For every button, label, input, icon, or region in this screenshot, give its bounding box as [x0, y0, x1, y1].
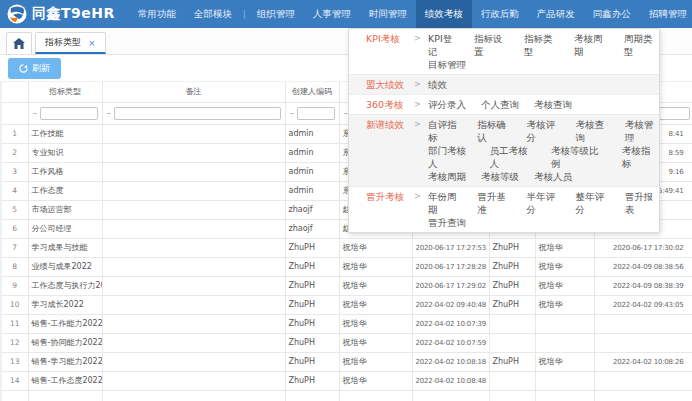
- menu-item[interactable]: 晋升报表: [625, 190, 659, 216]
- menu-item[interactable]: 考核人员: [534, 170, 572, 183]
- menu-item[interactable]: 考核等级比例: [551, 144, 607, 170]
- menu-item[interactable]: 晋升查询: [428, 216, 466, 229]
- tab-indicator-type[interactable]: 指标类型 ×: [35, 32, 106, 54]
- nav-item[interactable]: 绩效考核: [416, 0, 472, 28]
- performance-menu-dropdown: KPI考核>KPI登记指标设置指标类型考核周期周期类型目标管理盟大绩效>绩效36…: [348, 28, 660, 233]
- menu-item[interactable]: 目标管理: [428, 58, 466, 71]
- menu-item[interactable]: 年份周期: [428, 190, 462, 216]
- empty-cell: [285, 390, 339, 401]
- table-cell: [489, 314, 535, 333]
- filter-input[interactable]: [297, 107, 335, 120]
- empty-cell: [535, 390, 594, 401]
- menu-item[interactable]: 周期类型: [624, 32, 659, 58]
- nav-item[interactable]: 同鑫办公: [584, 0, 640, 28]
- menu-item[interactable]: KPI登记: [428, 32, 459, 58]
- menu-item[interactable]: 考核管理: [625, 118, 659, 144]
- table-cell: [535, 333, 594, 352]
- top-navbar: 同鑫T9eHR 常用功能全部模块|组织管理人事管理时间管理绩效考核行政后勤产品研…: [0, 0, 692, 28]
- table-cell: [102, 219, 285, 238]
- table-cell: zhaojf: [285, 219, 339, 238]
- filter-input[interactable]: [114, 107, 281, 120]
- filter-menu-dash[interactable]: –: [33, 108, 38, 118]
- table-row[interactable]: 9工作态度与执行力2022ZhuPH祝培华2020-06-17 17:29:02…: [2, 276, 692, 295]
- row-number: 1: [2, 124, 28, 143]
- nav-item[interactable]: 人事管理: [304, 0, 360, 28]
- menu-item[interactable]: 考核查询: [534, 98, 572, 111]
- table-cell: ZhuPH: [489, 276, 535, 295]
- row-number: 4: [2, 181, 28, 200]
- table-cell: admin: [285, 143, 339, 162]
- table-cell: 工作风格: [28, 162, 102, 181]
- table-cell: 工作态度与执行力2022: [28, 276, 102, 295]
- nav-item[interactable]: 招聘管理: [640, 0, 692, 28]
- filter-cell: –: [285, 102, 339, 124]
- table-cell: [102, 200, 285, 219]
- row-number: 10: [2, 295, 28, 314]
- menu-item[interactable]: 指标设置: [474, 32, 509, 58]
- home-tab[interactable]: [6, 32, 32, 54]
- table-row[interactable]: 7学习成果与技能ZhuPH祝培华2020-06-17 17:27:53ZhuPH…: [2, 238, 692, 257]
- close-icon[interactable]: ×: [88, 38, 96, 48]
- nav-item[interactable]: 常用功能: [129, 0, 185, 28]
- menu-item[interactable]: 考核评分: [526, 118, 560, 144]
- menu-item[interactable]: 考核周期: [574, 32, 609, 58]
- nav-item[interactable]: 组织管理: [248, 0, 304, 28]
- table-cell: ZhuPH: [285, 333, 339, 352]
- table-cell: 2022-04-09 08:38:56: [594, 257, 692, 276]
- menu-item[interactable]: 指标类型: [524, 32, 559, 58]
- menu-category-label[interactable]: 盟大绩效: [366, 78, 414, 91]
- menu-item[interactable]: 评分录入: [428, 98, 466, 111]
- menu-item[interactable]: 考核查询: [576, 118, 610, 144]
- table-cell: 2022-04-02 10:08:26: [594, 352, 692, 371]
- menu-lines: 评分录入个人查询考核查询: [428, 98, 572, 111]
- row-number: 8: [2, 257, 28, 276]
- table-row[interactable]: 14销售-工作态度2022ZhuPH祝培华2022-04-02 10:08:48: [2, 371, 692, 390]
- refresh-button[interactable]: 刷新: [8, 58, 61, 79]
- table-cell: [102, 124, 285, 143]
- menu-item[interactable]: 绩效: [428, 78, 447, 91]
- menu-category-label[interactable]: 新谱绩效: [366, 118, 414, 131]
- menu-line: 年份周期晋升基准半年评分整年评分晋升报表: [428, 190, 659, 216]
- menu-item[interactable]: 晋升基准: [477, 190, 511, 216]
- menu-item[interactable]: 员工考核人: [490, 144, 537, 170]
- column-header: 备注: [102, 82, 285, 102]
- table-cell: [535, 371, 594, 390]
- table-cell: 专业知识: [28, 143, 102, 162]
- filter-input[interactable]: [40, 107, 98, 120]
- menu-item[interactable]: 考核等级: [481, 170, 519, 183]
- table-cell: [594, 371, 692, 390]
- table-cell: ZhuPH: [489, 257, 535, 276]
- menu-item[interactable]: 部门考核人: [428, 144, 475, 170]
- menu-category-label[interactable]: 360考核: [366, 98, 414, 111]
- filter-wrap: –: [29, 107, 102, 120]
- table-cell: 2020-06-17 17:29:02: [412, 276, 489, 295]
- globe-logo-icon: [7, 4, 27, 24]
- table-row[interactable]: 13销售-学习能力2022ZhuPH祝培华2022-04-02 10:08:18…: [2, 352, 692, 371]
- menu-item[interactable]: 考核指标: [622, 144, 659, 170]
- menu-line: 目标管理: [428, 58, 659, 71]
- menu-lines: 绩效: [428, 78, 447, 91]
- menu-category-label[interactable]: KPI考核: [366, 32, 414, 45]
- menu-item[interactable]: 指标确认: [477, 118, 511, 144]
- menu-item[interactable]: 整年评分: [576, 190, 610, 216]
- nav-item[interactable]: 全部模块: [185, 0, 241, 28]
- table-row[interactable]: 11销售-工作能力2022ZhuPH祝培华2022-04-02 10:07:39: [2, 314, 692, 333]
- table-cell: 祝培华: [339, 238, 412, 257]
- filter-menu-dash[interactable]: –: [290, 108, 295, 118]
- nav-item[interactable]: 产品研发: [528, 0, 584, 28]
- nav-item[interactable]: 时间管理: [360, 0, 416, 28]
- table-row[interactable]: 12销售-协同能力2022ZhuPH祝培华2022-04-02 10:07:59: [2, 333, 692, 352]
- menu-category-label[interactable]: 晋升考核: [366, 190, 414, 203]
- menu-item[interactable]: 自评指标: [428, 118, 462, 144]
- nav-item[interactable]: 行政后勤: [472, 0, 528, 28]
- filter-menu-dash[interactable]: –: [107, 108, 112, 118]
- home-icon: [13, 38, 25, 49]
- row-number: 11: [2, 314, 28, 333]
- menu-item[interactable]: 考核周期: [428, 170, 466, 183]
- table-row[interactable]: 8业绩与成果2022ZhuPH祝培华2020-06-17 17:28:28Zhu…: [2, 257, 692, 276]
- table-cell: admin: [285, 124, 339, 143]
- table-cell: [102, 314, 285, 333]
- menu-item[interactable]: 个人查询: [481, 98, 519, 111]
- table-row[interactable]: 10学习成长2022ZhuPH祝培华2022-04-02 09:40:48Zhu…: [2, 295, 692, 314]
- menu-item[interactable]: 半年评分: [526, 190, 560, 216]
